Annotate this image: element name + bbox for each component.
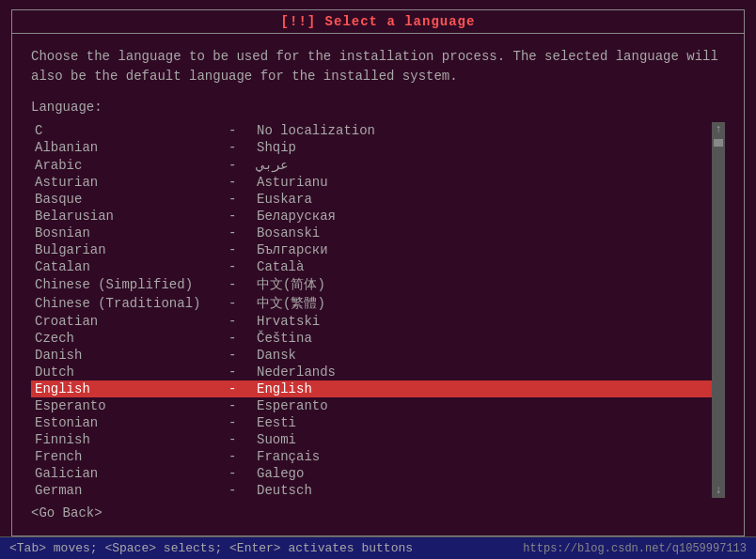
list-item[interactable]: Arabic - عربي	[31, 156, 712, 174]
language-label: Language:	[31, 100, 725, 115]
lang-name: Catalan	[31, 259, 228, 274]
list-item[interactable]: German - Deutsch	[31, 482, 712, 498]
lang-name: C	[31, 123, 228, 138]
lang-separator: -	[228, 158, 257, 173]
lang-native: Dansk	[257, 348, 296, 363]
desc-line2: also be the default language for the ins…	[31, 67, 725, 86]
list-item[interactable]: Bosnian - Bosanski	[31, 225, 712, 241]
scroll-down-icon[interactable]: ↓	[715, 485, 721, 496]
lang-name: German	[31, 483, 228, 498]
lang-separator: -	[228, 432, 257, 447]
lang-native: Suomi	[257, 432, 296, 447]
lang-separator: -	[228, 192, 257, 207]
lang-native: Eesti	[257, 415, 296, 430]
lang-native: Hrvatski	[257, 314, 320, 329]
scroll-thumb	[714, 139, 723, 147]
language-list[interactable]: C - No localizationAlbanian - ShqipArabi…	[31, 122, 712, 498]
scrollbar[interactable]: ↑ ↓	[712, 122, 725, 498]
lang-separator: -	[228, 242, 257, 257]
lang-native: Esperanto	[257, 398, 328, 413]
lang-name: Albanian	[31, 140, 228, 155]
title-bar: [!!] Select a language	[12, 10, 744, 34]
lang-separator: -	[228, 314, 257, 329]
list-item[interactable]: English - English	[31, 380, 712, 397]
lang-native: Čeština	[257, 331, 312, 346]
list-item[interactable]: Croatian - Hrvatski	[31, 313, 712, 330]
lang-name: Arabic	[31, 158, 228, 173]
go-back-button[interactable]: <Go Back>	[31, 505, 102, 520]
list-item[interactable]: Chinese (Traditional) - 中文(繁體)	[31, 294, 712, 313]
go-back-row: <Go Back>	[31, 498, 725, 526]
list-item[interactable]: C - No localization	[31, 122, 712, 139]
list-item[interactable]: Albanian - Shqip	[31, 139, 712, 156]
lang-native: Galego	[257, 466, 304, 481]
lang-native: Shqip	[257, 140, 296, 155]
scroll-up-icon[interactable]: ↑	[715, 124, 721, 135]
lang-name: Dutch	[31, 365, 228, 380]
lang-separator: -	[228, 449, 257, 464]
list-item[interactable]: Asturian - Asturianu	[31, 174, 712, 191]
lang-separator: -	[228, 415, 257, 430]
lang-separator: -	[228, 123, 257, 138]
list-item[interactable]: Basque - Euskara	[31, 191, 712, 208]
lang-separator: -	[228, 348, 257, 363]
lang-native: English	[257, 381, 312, 396]
lang-native: Bosanski	[257, 225, 320, 241]
window-title: [!!] Select a language	[281, 14, 476, 29]
lang-native: Български	[257, 242, 328, 257]
status-keys: <Tab> moves; <Space> selects; <Enter> ac…	[9, 541, 413, 555]
lang-native: Asturianu	[257, 175, 328, 190]
list-item[interactable]: French - Français	[31, 448, 712, 465]
lang-name: English	[31, 381, 228, 396]
list-item[interactable]: Dutch - Nederlands	[31, 364, 712, 380]
list-item[interactable]: Chinese (Simplified) - 中文(简体)	[31, 275, 712, 294]
lang-separator: -	[228, 398, 257, 413]
main-window: [!!] Select a language Choose the langua…	[11, 9, 745, 536]
lang-name: Galician	[31, 466, 228, 481]
lang-name: Chinese (Traditional)	[31, 296, 228, 311]
lang-name: Croatian	[31, 314, 228, 329]
lang-name: Finnish	[31, 432, 228, 447]
lang-separator: -	[228, 483, 257, 498]
lang-name: Bulgarian	[31, 242, 228, 257]
lang-native: Français	[257, 449, 320, 464]
lang-native: No localization	[257, 123, 375, 138]
lang-separator: -	[228, 175, 257, 190]
lang-separator: -	[228, 466, 257, 481]
lang-native: 中文(繁體)	[257, 295, 325, 312]
watermark: https://blog.csdn.net/q1059997113	[523, 542, 747, 555]
lang-separator: -	[228, 225, 257, 241]
list-item[interactable]: Estonian - Eesti	[31, 414, 712, 431]
status-bar: <Tab> moves; <Space> selects; <Enter> ac…	[0, 536, 756, 559]
lang-native: Euskara	[257, 192, 312, 207]
lang-separator: -	[228, 331, 257, 346]
list-item[interactable]: Esperanto - Esperanto	[31, 397, 712, 414]
list-item[interactable]: Czech - Čeština	[31, 330, 712, 347]
lang-separator: -	[228, 365, 257, 380]
lang-separator: -	[228, 381, 257, 396]
list-item[interactable]: Belarusian - Беларуская	[31, 208, 712, 225]
lang-name: Asturian	[31, 175, 228, 190]
lang-native: Nederlands	[257, 365, 336, 380]
lang-name: Czech	[31, 331, 228, 346]
lang-native: Català	[257, 259, 304, 274]
list-item[interactable]: Bulgarian - Български	[31, 241, 712, 258]
lang-separator: -	[228, 259, 257, 274]
list-item[interactable]: Danish - Dansk	[31, 347, 712, 364]
lang-name: Bosnian	[31, 225, 228, 241]
lang-separator: -	[228, 277, 257, 292]
list-item[interactable]: Galician - Galego	[31, 465, 712, 482]
lang-name: Esperanto	[31, 398, 228, 413]
lang-native: عربي	[257, 157, 289, 173]
lang-name: French	[31, 449, 228, 464]
lang-name: Chinese (Simplified)	[31, 277, 228, 292]
list-item[interactable]: Catalan - Català	[31, 258, 712, 275]
lang-native: 中文(简体)	[257, 276, 325, 293]
lang-name: Basque	[31, 192, 228, 207]
lang-separator: -	[228, 140, 257, 155]
lang-separator: -	[228, 296, 257, 311]
desc-line1: Choose the language to be used for the i…	[31, 47, 725, 67]
description-text: Choose the language to be used for the i…	[31, 47, 725, 86]
lang-separator: -	[228, 209, 257, 224]
list-item[interactable]: Finnish - Suomi	[31, 431, 712, 448]
